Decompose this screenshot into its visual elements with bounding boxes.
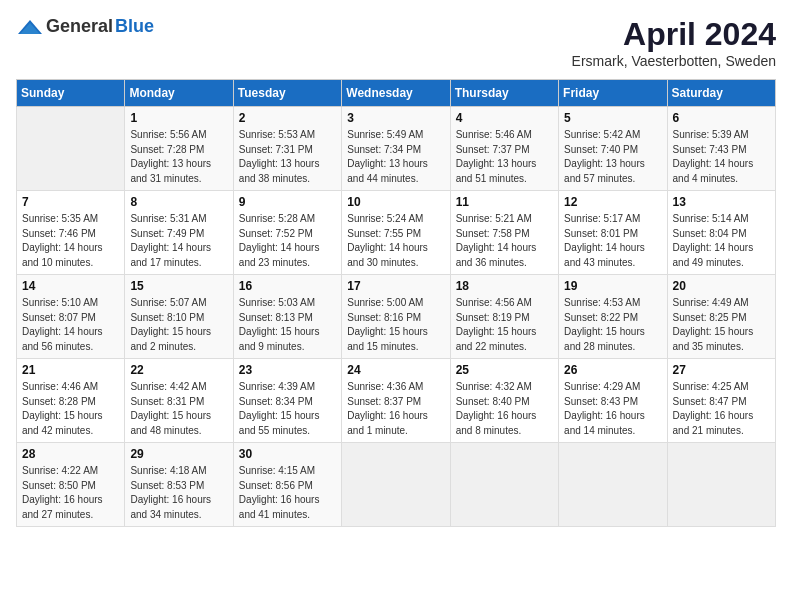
day-number: 8: [130, 195, 227, 209]
day-info: Sunrise: 5:56 AMSunset: 7:28 PMDaylight:…: [130, 128, 227, 186]
day-info: Sunrise: 5:39 AMSunset: 7:43 PMDaylight:…: [673, 128, 770, 186]
calendar-table: SundayMondayTuesdayWednesdayThursdayFrid…: [16, 79, 776, 527]
day-info: Sunrise: 5:35 AMSunset: 7:46 PMDaylight:…: [22, 212, 119, 270]
day-info: Sunrise: 4:32 AMSunset: 8:40 PMDaylight:…: [456, 380, 553, 438]
day-number: 2: [239, 111, 336, 125]
day-number: 17: [347, 279, 444, 293]
day-info: Sunrise: 5:17 AMSunset: 8:01 PMDaylight:…: [564, 212, 661, 270]
calendar-cell: 28Sunrise: 4:22 AMSunset: 8:50 PMDayligh…: [17, 443, 125, 527]
title-block: April 2024 Ersmark, Vaesterbotten, Swede…: [572, 16, 776, 69]
day-number: 4: [456, 111, 553, 125]
calendar-cell: 14Sunrise: 5:10 AMSunset: 8:07 PMDayligh…: [17, 275, 125, 359]
calendar-cell: 16Sunrise: 5:03 AMSunset: 8:13 PMDayligh…: [233, 275, 341, 359]
day-number: 14: [22, 279, 119, 293]
day-info: Sunrise: 4:22 AMSunset: 8:50 PMDaylight:…: [22, 464, 119, 522]
day-info: Sunrise: 4:18 AMSunset: 8:53 PMDaylight:…: [130, 464, 227, 522]
header-day-monday: Monday: [125, 80, 233, 107]
day-info: Sunrise: 5:21 AMSunset: 7:58 PMDaylight:…: [456, 212, 553, 270]
calendar-cell: 23Sunrise: 4:39 AMSunset: 8:34 PMDayligh…: [233, 359, 341, 443]
calendar-cell: 10Sunrise: 5:24 AMSunset: 7:55 PMDayligh…: [342, 191, 450, 275]
day-info: Sunrise: 5:24 AMSunset: 7:55 PMDaylight:…: [347, 212, 444, 270]
day-number: 28: [22, 447, 119, 461]
calendar-cell: 15Sunrise: 5:07 AMSunset: 8:10 PMDayligh…: [125, 275, 233, 359]
day-info: Sunrise: 5:53 AMSunset: 7:31 PMDaylight:…: [239, 128, 336, 186]
day-number: 10: [347, 195, 444, 209]
calendar-cell: 3Sunrise: 5:49 AMSunset: 7:34 PMDaylight…: [342, 107, 450, 191]
week-row-1: 1Sunrise: 5:56 AMSunset: 7:28 PMDaylight…: [17, 107, 776, 191]
day-info: Sunrise: 5:10 AMSunset: 8:07 PMDaylight:…: [22, 296, 119, 354]
calendar-cell: [450, 443, 558, 527]
day-info: Sunrise: 5:49 AMSunset: 7:34 PMDaylight:…: [347, 128, 444, 186]
calendar-cell: 9Sunrise: 5:28 AMSunset: 7:52 PMDaylight…: [233, 191, 341, 275]
day-number: 25: [456, 363, 553, 377]
day-number: 27: [673, 363, 770, 377]
calendar-cell: 21Sunrise: 4:46 AMSunset: 8:28 PMDayligh…: [17, 359, 125, 443]
calendar-cell: 20Sunrise: 4:49 AMSunset: 8:25 PMDayligh…: [667, 275, 775, 359]
calendar-cell: 27Sunrise: 4:25 AMSunset: 8:47 PMDayligh…: [667, 359, 775, 443]
day-number: 23: [239, 363, 336, 377]
day-info: Sunrise: 5:07 AMSunset: 8:10 PMDaylight:…: [130, 296, 227, 354]
calendar-cell: 25Sunrise: 4:32 AMSunset: 8:40 PMDayligh…: [450, 359, 558, 443]
day-info: Sunrise: 4:49 AMSunset: 8:25 PMDaylight:…: [673, 296, 770, 354]
logo: General Blue: [16, 16, 154, 37]
week-row-4: 21Sunrise: 4:46 AMSunset: 8:28 PMDayligh…: [17, 359, 776, 443]
calendar-cell: 24Sunrise: 4:36 AMSunset: 8:37 PMDayligh…: [342, 359, 450, 443]
calendar-cell: 8Sunrise: 5:31 AMSunset: 7:49 PMDaylight…: [125, 191, 233, 275]
day-number: 12: [564, 195, 661, 209]
calendar-cell: 5Sunrise: 5:42 AMSunset: 7:40 PMDaylight…: [559, 107, 667, 191]
day-info: Sunrise: 4:42 AMSunset: 8:31 PMDaylight:…: [130, 380, 227, 438]
day-number: 9: [239, 195, 336, 209]
day-number: 21: [22, 363, 119, 377]
header-day-tuesday: Tuesday: [233, 80, 341, 107]
calendar-cell: 2Sunrise: 5:53 AMSunset: 7:31 PMDaylight…: [233, 107, 341, 191]
day-number: 24: [347, 363, 444, 377]
header-day-friday: Friday: [559, 80, 667, 107]
header-day-sunday: Sunday: [17, 80, 125, 107]
day-info: Sunrise: 4:25 AMSunset: 8:47 PMDaylight:…: [673, 380, 770, 438]
day-info: Sunrise: 4:46 AMSunset: 8:28 PMDaylight:…: [22, 380, 119, 438]
day-info: Sunrise: 4:15 AMSunset: 8:56 PMDaylight:…: [239, 464, 336, 522]
day-number: 13: [673, 195, 770, 209]
day-number: 26: [564, 363, 661, 377]
calendar-cell: 17Sunrise: 5:00 AMSunset: 8:16 PMDayligh…: [342, 275, 450, 359]
day-info: Sunrise: 4:56 AMSunset: 8:19 PMDaylight:…: [456, 296, 553, 354]
location-subtitle: Ersmark, Vaesterbotten, Sweden: [572, 53, 776, 69]
calendar-cell: 29Sunrise: 4:18 AMSunset: 8:53 PMDayligh…: [125, 443, 233, 527]
day-number: 15: [130, 279, 227, 293]
week-row-5: 28Sunrise: 4:22 AMSunset: 8:50 PMDayligh…: [17, 443, 776, 527]
day-info: Sunrise: 4:53 AMSunset: 8:22 PMDaylight:…: [564, 296, 661, 354]
page-header: General Blue April 2024 Ersmark, Vaester…: [16, 16, 776, 69]
day-number: 3: [347, 111, 444, 125]
calendar-cell: [559, 443, 667, 527]
logo-icon: [16, 18, 44, 36]
calendar-cell: 13Sunrise: 5:14 AMSunset: 8:04 PMDayligh…: [667, 191, 775, 275]
day-number: 7: [22, 195, 119, 209]
day-info: Sunrise: 5:00 AMSunset: 8:16 PMDaylight:…: [347, 296, 444, 354]
day-info: Sunrise: 5:28 AMSunset: 7:52 PMDaylight:…: [239, 212, 336, 270]
calendar-cell: 1Sunrise: 5:56 AMSunset: 7:28 PMDaylight…: [125, 107, 233, 191]
day-info: Sunrise: 4:39 AMSunset: 8:34 PMDaylight:…: [239, 380, 336, 438]
calendar-cell: 11Sunrise: 5:21 AMSunset: 7:58 PMDayligh…: [450, 191, 558, 275]
day-number: 1: [130, 111, 227, 125]
day-number: 30: [239, 447, 336, 461]
day-number: 20: [673, 279, 770, 293]
day-number: 18: [456, 279, 553, 293]
day-info: Sunrise: 5:14 AMSunset: 8:04 PMDaylight:…: [673, 212, 770, 270]
day-number: 29: [130, 447, 227, 461]
month-title: April 2024: [572, 16, 776, 53]
day-number: 6: [673, 111, 770, 125]
day-info: Sunrise: 4:36 AMSunset: 8:37 PMDaylight:…: [347, 380, 444, 438]
calendar-cell: 12Sunrise: 5:17 AMSunset: 8:01 PMDayligh…: [559, 191, 667, 275]
calendar-cell: 26Sunrise: 4:29 AMSunset: 8:43 PMDayligh…: [559, 359, 667, 443]
day-number: 5: [564, 111, 661, 125]
header-day-saturday: Saturday: [667, 80, 775, 107]
header-row: SundayMondayTuesdayWednesdayThursdayFrid…: [17, 80, 776, 107]
calendar-cell: 19Sunrise: 4:53 AMSunset: 8:22 PMDayligh…: [559, 275, 667, 359]
calendar-cell: [667, 443, 775, 527]
calendar-cell: 22Sunrise: 4:42 AMSunset: 8:31 PMDayligh…: [125, 359, 233, 443]
calendar-cell: 6Sunrise: 5:39 AMSunset: 7:43 PMDaylight…: [667, 107, 775, 191]
day-info: Sunrise: 5:31 AMSunset: 7:49 PMDaylight:…: [130, 212, 227, 270]
day-info: Sunrise: 4:29 AMSunset: 8:43 PMDaylight:…: [564, 380, 661, 438]
day-info: Sunrise: 5:42 AMSunset: 7:40 PMDaylight:…: [564, 128, 661, 186]
day-number: 19: [564, 279, 661, 293]
